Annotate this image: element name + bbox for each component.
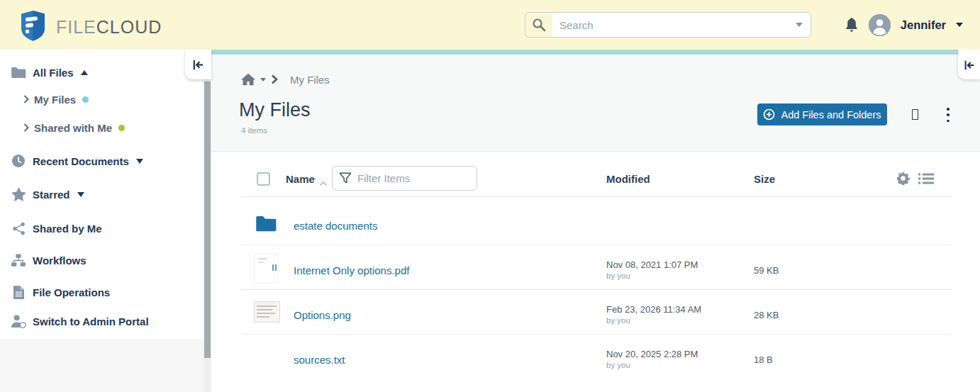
sidebar-item-label: My Files [34, 94, 76, 106]
modified-date: Nov 20, 2025 2:28 PM [606, 349, 698, 359]
user-menu-caret-icon[interactable] [956, 23, 963, 27]
sidebar-item-label: Starred [33, 189, 70, 201]
plus-circle-icon [763, 108, 775, 121]
folder-icon [10, 67, 27, 79]
image-thumbnail[interactable] [254, 301, 280, 323]
user-avatar[interactable] [869, 14, 891, 36]
sidebar-collapse-button[interactable] [185, 50, 211, 79]
person-icon [869, 14, 891, 36]
home-icon[interactable] [241, 73, 255, 86]
sidebar-item-label: Workflows [33, 254, 87, 267]
sidebar-item-shared-by-me[interactable]: Shared by Me [0, 219, 204, 237]
sidebar-item-label: Switch to Admin Portal [33, 315, 149, 327]
filecloud-logo-text: FILECLOUD [56, 17, 162, 38]
collapse-caret-icon [81, 70, 88, 75]
row-divider [241, 245, 952, 245]
main-panel: My Files My Files 4 items Add Files and … [211, 50, 980, 392]
column-header-size[interactable]: Size [754, 173, 775, 185]
sidebar-item-recent-documents[interactable]: Recent Documents [0, 152, 204, 170]
sidebar-item-label: Recent Documents [33, 155, 129, 167]
filecloud-app: FILECLOUD Jennifer All File [0, 0, 980, 392]
select-all-checkbox[interactable] [257, 172, 270, 186]
sidebar-item-shared-with-me[interactable]: Shared with Me [0, 118, 204, 137]
sidebar-scrollbar-thumb[interactable] [204, 82, 211, 358]
notifications-bell-icon[interactable] [845, 17, 859, 33]
modified-date: Feb 23, 2026 11:34 AM [606, 304, 701, 315]
clock-icon [10, 154, 27, 168]
folder-icon[interactable] [255, 215, 277, 235]
file-row-name[interactable]: estate documents [294, 220, 377, 232]
user-name[interactable]: Jennifer [901, 18, 946, 32]
collapse-to-left-icon [963, 59, 976, 72]
page-header-band [211, 55, 980, 151]
home-dropdown-caret-icon[interactable] [260, 78, 266, 82]
expand-caret-icon [77, 192, 84, 197]
app-header: FILECLOUD Jennifer [0, 0, 980, 50]
star-icon [10, 187, 27, 201]
header-user-area: Jennifer [845, 0, 963, 50]
item-count: 4 items [241, 126, 267, 135]
search-icon [525, 13, 552, 37]
sidebar-item-switch-admin-portal[interactable]: Switch to Admin Portal [0, 312, 204, 330]
sidebar-item-starred[interactable]: Starred [0, 185, 204, 203]
sidebar-item-label: Shared with Me [34, 122, 112, 134]
filter-funnel-icon [339, 172, 352, 185]
filecloud-shield-icon [20, 10, 46, 44]
expand-caret-icon [136, 159, 143, 164]
file-row-name[interactable]: sources.txt [294, 354, 345, 366]
breadcrumb-current: My Files [290, 74, 330, 86]
page-title: My Files [239, 99, 311, 121]
breadcrumb: My Files [241, 73, 330, 86]
file-size: 18 B [754, 354, 773, 365]
chevron-right-icon [23, 123, 29, 132]
chevron-right-icon [23, 95, 29, 103]
modified-by: by you [606, 271, 630, 280]
accent-bar [211, 50, 959, 55]
settings-gear-icon[interactable] [896, 172, 910, 188]
sidebar-item-label: Shared by Me [33, 223, 102, 235]
breadcrumb-chevron-icon [271, 74, 278, 84]
sort-ascending-icon[interactable] [319, 177, 328, 189]
sidebar-scrollbar[interactable] [204, 50, 211, 392]
sidebar-item-all-files[interactable]: All Files [0, 63, 204, 82]
status-dot-green [118, 125, 125, 131]
filter-items-input[interactable] [357, 172, 470, 184]
collapse-to-left-icon [191, 58, 205, 72]
file-size: 59 KB [754, 265, 779, 276]
unknown-glyph-icon[interactable] [912, 109, 918, 120]
section-divider [211, 151, 980, 152]
row-divider [241, 334, 952, 335]
details-collapse-button[interactable] [958, 51, 980, 79]
sidebar: All Files My Files Shared with Me Recent… [0, 50, 204, 392]
document-icon [10, 286, 27, 299]
sidebar-item-my-files[interactable]: My Files [0, 90, 204, 108]
file-size: 28 KB [754, 310, 779, 320]
workflow-icon [10, 254, 27, 267]
filecloud-logo[interactable]: FILECLOUD [20, 10, 162, 44]
sidebar-item-label: File Operations [33, 286, 110, 298]
share-icon [10, 222, 27, 235]
more-options-kebab-icon[interactable] [942, 108, 954, 122]
search-scope-dropdown[interactable] [786, 13, 811, 37]
file-row-name[interactable]: Internet Only options.pdf [294, 264, 409, 276]
list-view-icon[interactable] [918, 173, 934, 187]
sidebar-item-label: All Files [33, 67, 74, 79]
modified-date: Nov 08, 2021 1:07 PM [606, 259, 698, 270]
search-bar [525, 12, 811, 38]
sidebar-item-workflows[interactable]: Workflows [0, 251, 204, 269]
file-row-name[interactable]: Options.png [294, 309, 351, 321]
status-dot-cyan [82, 96, 89, 103]
add-files-and-folders-button[interactable]: Add Files and Folders [757, 103, 887, 125]
column-header-modified[interactable]: Modified [606, 173, 650, 185]
modified-by: by you [606, 316, 630, 325]
filter-input-group [332, 166, 477, 191]
search-input[interactable] [552, 13, 786, 37]
row-divider [241, 289, 952, 290]
sidebar-bottom-area [0, 339, 204, 392]
admin-user-icon [10, 315, 27, 328]
pdf-thumbnail[interactable] [254, 254, 278, 284]
column-header-name[interactable]: Name [286, 173, 315, 185]
modified-by: by you [606, 361, 630, 369]
sidebar-item-file-operations[interactable]: File Operations [0, 283, 204, 301]
table-header-divider [241, 196, 952, 197]
